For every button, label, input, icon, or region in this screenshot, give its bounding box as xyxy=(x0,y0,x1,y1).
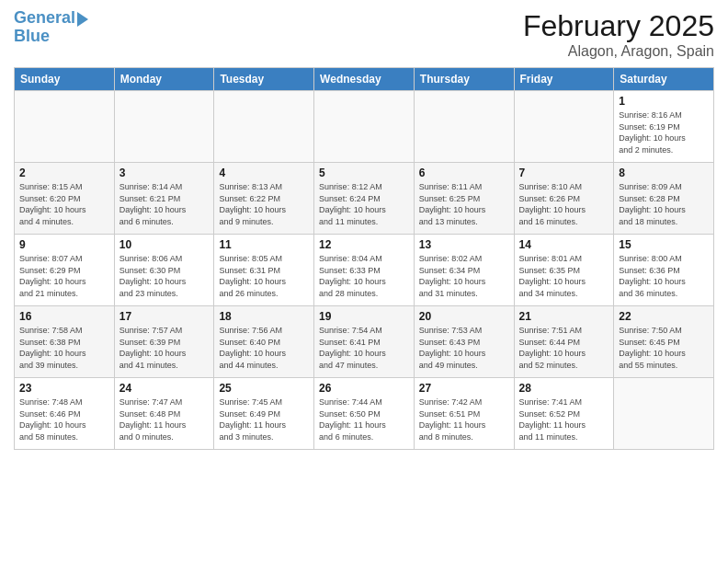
title-block: February 2025 Alagon, Aragon, Spain xyxy=(523,9,714,60)
cell-info-text: Sunrise: 7:51 AM Sunset: 6:44 PM Dayligh… xyxy=(519,325,609,371)
table-row: 4Sunrise: 8:13 AM Sunset: 6:22 PM Daylig… xyxy=(214,163,314,235)
cell-day-number: 24 xyxy=(119,382,210,395)
calendar-subtitle: Alagon, Aragon, Spain xyxy=(523,43,714,60)
table-row: 8Sunrise: 8:09 AM Sunset: 6:28 PM Daylig… xyxy=(614,163,714,235)
cell-day-number: 19 xyxy=(319,310,409,323)
col-wednesday: Wednesday xyxy=(314,68,415,91)
cell-info-text: Sunrise: 8:16 AM Sunset: 6:19 PM Dayligh… xyxy=(619,109,709,155)
logo: General Blue xyxy=(14,9,88,46)
cell-day-number: 4 xyxy=(219,167,309,179)
cell-info-text: Sunrise: 7:42 AM Sunset: 6:51 PM Dayligh… xyxy=(419,396,509,442)
cell-info-text: Sunrise: 8:06 AM Sunset: 6:30 PM Dayligh… xyxy=(119,253,210,299)
cell-info-text: Sunrise: 8:07 AM Sunset: 6:29 PM Dayligh… xyxy=(19,253,109,299)
cell-info-text: Sunrise: 8:15 AM Sunset: 6:20 PM Dayligh… xyxy=(19,181,109,227)
calendar-week-row: 1Sunrise: 8:16 AM Sunset: 6:19 PM Daylig… xyxy=(15,91,714,163)
cell-info-text: Sunrise: 8:05 AM Sunset: 6:31 PM Dayligh… xyxy=(219,253,309,299)
table-row: 9Sunrise: 8:07 AM Sunset: 6:29 PM Daylig… xyxy=(15,235,115,306)
calendar-header-row: Sunday Monday Tuesday Wednesday Thursday… xyxy=(15,68,714,91)
table-row xyxy=(414,91,514,163)
table-row xyxy=(614,378,714,450)
col-thursday: Thursday xyxy=(414,68,514,91)
cell-day-number: 1 xyxy=(619,95,709,108)
table-row: 21Sunrise: 7:51 AM Sunset: 6:44 PM Dayli… xyxy=(514,306,614,378)
calendar-week-row: 9Sunrise: 8:07 AM Sunset: 6:29 PM Daylig… xyxy=(15,235,714,306)
table-row: 18Sunrise: 7:56 AM Sunset: 6:40 PM Dayli… xyxy=(214,306,314,378)
table-row: 15Sunrise: 8:00 AM Sunset: 6:36 PM Dayli… xyxy=(614,235,714,306)
cell-info-text: Sunrise: 8:11 AM Sunset: 6:25 PM Dayligh… xyxy=(419,181,509,227)
logo-subtext: Blue xyxy=(14,28,50,46)
logo-text: General xyxy=(14,9,75,28)
cell-day-number: 11 xyxy=(219,238,309,251)
col-sunday: Sunday xyxy=(15,68,115,91)
calendar-week-row: 2Sunrise: 8:15 AM Sunset: 6:20 PM Daylig… xyxy=(15,163,714,235)
logo-arrow-icon xyxy=(77,12,88,27)
table-row: 13Sunrise: 8:02 AM Sunset: 6:34 PM Dayli… xyxy=(414,235,514,306)
table-row: 24Sunrise: 7:47 AM Sunset: 6:48 PM Dayli… xyxy=(114,378,214,450)
cell-day-number: 26 xyxy=(319,382,409,395)
cell-day-number: 17 xyxy=(119,310,210,323)
table-row: 27Sunrise: 7:42 AM Sunset: 6:51 PM Dayli… xyxy=(414,378,514,450)
table-row: 5Sunrise: 8:12 AM Sunset: 6:24 PM Daylig… xyxy=(314,163,415,235)
table-row: 12Sunrise: 8:04 AM Sunset: 6:33 PM Dayli… xyxy=(314,235,415,306)
cell-day-number: 27 xyxy=(419,382,509,395)
cell-day-number: 15 xyxy=(619,238,709,251)
cell-day-number: 13 xyxy=(419,238,509,251)
calendar-week-row: 23Sunrise: 7:48 AM Sunset: 6:46 PM Dayli… xyxy=(15,378,714,450)
cell-info-text: Sunrise: 7:48 AM Sunset: 6:46 PM Dayligh… xyxy=(19,396,109,442)
cell-day-number: 7 xyxy=(519,167,609,179)
cell-info-text: Sunrise: 8:02 AM Sunset: 6:34 PM Dayligh… xyxy=(419,253,509,299)
cell-day-number: 14 xyxy=(519,238,609,251)
table-row: 2Sunrise: 8:15 AM Sunset: 6:20 PM Daylig… xyxy=(15,163,115,235)
table-row xyxy=(314,91,415,163)
calendar-week-row: 16Sunrise: 7:58 AM Sunset: 6:38 PM Dayli… xyxy=(15,306,714,378)
cell-day-number: 10 xyxy=(119,238,210,251)
cell-info-text: Sunrise: 7:54 AM Sunset: 6:41 PM Dayligh… xyxy=(319,325,409,371)
cell-info-text: Sunrise: 7:57 AM Sunset: 6:39 PM Dayligh… xyxy=(119,325,210,371)
table-row xyxy=(514,91,614,163)
cell-day-number: 21 xyxy=(519,310,609,323)
cell-day-number: 2 xyxy=(19,167,109,179)
table-row xyxy=(114,91,214,163)
cell-info-text: Sunrise: 7:58 AM Sunset: 6:38 PM Dayligh… xyxy=(19,325,109,371)
cell-day-number: 6 xyxy=(419,167,509,179)
table-row: 17Sunrise: 7:57 AM Sunset: 6:39 PM Dayli… xyxy=(114,306,214,378)
col-friday: Friday xyxy=(514,68,614,91)
cell-day-number: 22 xyxy=(619,310,709,323)
cell-info-text: Sunrise: 7:41 AM Sunset: 6:52 PM Dayligh… xyxy=(519,396,609,442)
cell-info-text: Sunrise: 8:09 AM Sunset: 6:28 PM Dayligh… xyxy=(619,181,709,227)
cell-info-text: Sunrise: 7:56 AM Sunset: 6:40 PM Dayligh… xyxy=(219,325,309,371)
cell-info-text: Sunrise: 7:50 AM Sunset: 6:45 PM Dayligh… xyxy=(619,325,709,371)
calendar-table: Sunday Monday Tuesday Wednesday Thursday… xyxy=(14,67,714,450)
calendar-title: February 2025 xyxy=(523,9,714,43)
table-row: 1Sunrise: 8:16 AM Sunset: 6:19 PM Daylig… xyxy=(614,91,714,163)
cell-info-text: Sunrise: 7:47 AM Sunset: 6:48 PM Dayligh… xyxy=(119,396,210,442)
cell-info-text: Sunrise: 8:13 AM Sunset: 6:22 PM Dayligh… xyxy=(219,181,309,227)
table-row: 10Sunrise: 8:06 AM Sunset: 6:30 PM Dayli… xyxy=(114,235,214,306)
cell-day-number: 20 xyxy=(419,310,509,323)
cell-info-text: Sunrise: 8:14 AM Sunset: 6:21 PM Dayligh… xyxy=(119,181,210,227)
cell-info-text: Sunrise: 7:44 AM Sunset: 6:50 PM Dayligh… xyxy=(319,396,409,442)
cell-day-number: 23 xyxy=(19,382,109,395)
col-monday: Monday xyxy=(114,68,214,91)
cell-day-number: 9 xyxy=(19,238,109,251)
page: General Blue February 2025 Alagon, Arago… xyxy=(0,0,728,563)
table-row xyxy=(214,91,314,163)
cell-info-text: Sunrise: 7:45 AM Sunset: 6:49 PM Dayligh… xyxy=(219,396,309,442)
cell-info-text: Sunrise: 8:01 AM Sunset: 6:35 PM Dayligh… xyxy=(519,253,609,299)
table-row: 6Sunrise: 8:11 AM Sunset: 6:25 PM Daylig… xyxy=(414,163,514,235)
table-row: 16Sunrise: 7:58 AM Sunset: 6:38 PM Dayli… xyxy=(15,306,115,378)
cell-day-number: 5 xyxy=(319,167,409,179)
cell-info-text: Sunrise: 8:10 AM Sunset: 6:26 PM Dayligh… xyxy=(519,181,609,227)
cell-day-number: 18 xyxy=(219,310,309,323)
table-row: 19Sunrise: 7:54 AM Sunset: 6:41 PM Dayli… xyxy=(314,306,415,378)
cell-info-text: Sunrise: 8:04 AM Sunset: 6:33 PM Dayligh… xyxy=(319,253,409,299)
cell-day-number: 16 xyxy=(19,310,109,323)
cell-info-text: Sunrise: 7:53 AM Sunset: 6:43 PM Dayligh… xyxy=(419,325,509,371)
table-row: 22Sunrise: 7:50 AM Sunset: 6:45 PM Dayli… xyxy=(614,306,714,378)
cell-day-number: 3 xyxy=(119,167,210,179)
table-row xyxy=(15,91,115,163)
table-row: 3Sunrise: 8:14 AM Sunset: 6:21 PM Daylig… xyxy=(114,163,214,235)
col-saturday: Saturday xyxy=(614,68,714,91)
table-row: 11Sunrise: 8:05 AM Sunset: 6:31 PM Dayli… xyxy=(214,235,314,306)
table-row: 25Sunrise: 7:45 AM Sunset: 6:49 PM Dayli… xyxy=(214,378,314,450)
